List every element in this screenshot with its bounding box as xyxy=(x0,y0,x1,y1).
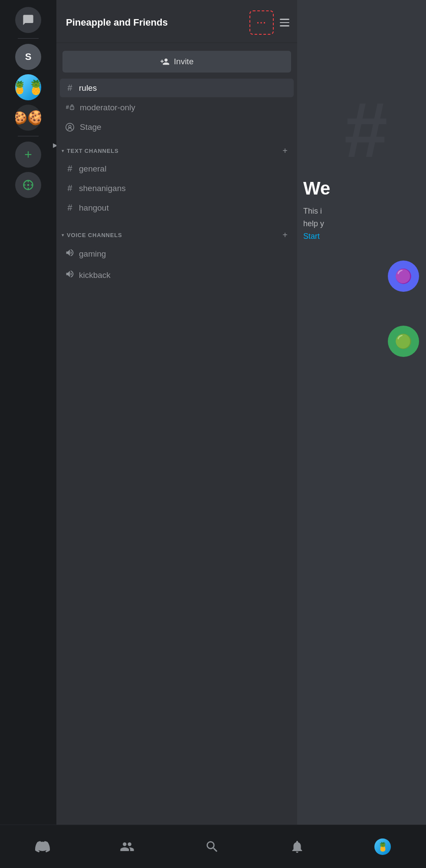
channel-item-gaming[interactable]: gaming xyxy=(60,244,294,264)
svg-point-1 xyxy=(27,184,29,186)
hamburger-menu-button[interactable] xyxy=(280,19,289,26)
channel-item-hangout[interactable]: # hangout xyxy=(60,198,294,217)
server-letter: S xyxy=(25,51,32,63)
sidebar-item-cookie[interactable]: 🍪 xyxy=(15,105,41,131)
welcome-text-line2: help y xyxy=(303,219,324,228)
hash-icon-hangout: # xyxy=(65,203,75,213)
avatar-bubble-1: 🟣 xyxy=(388,261,419,292)
welcome-description: This i help y Start xyxy=(303,205,420,242)
channel-item-rules[interactable]: # rules xyxy=(60,79,294,97)
sidebar-item-direct-messages[interactable] xyxy=(15,7,41,33)
nav-item-home[interactable] xyxy=(26,835,59,858)
category-voice-channels[interactable]: ▾ VOICE CHANNELS + xyxy=(60,221,294,244)
add-server-button[interactable]: + xyxy=(15,142,41,168)
sidebar-item-s-server[interactable]: S xyxy=(15,44,41,70)
avatar-bubble-2: 🟢 xyxy=(388,326,419,357)
nav-item-friends[interactable] xyxy=(111,835,143,858)
invite-label: Invite xyxy=(174,57,193,66)
channel-item-moderator-only[interactable]: # moderator-only xyxy=(60,98,294,117)
start-link[interactable]: Start xyxy=(303,232,320,241)
invite-button[interactable]: Invite xyxy=(62,51,291,73)
cookie-emoji: 🍪 xyxy=(27,109,42,126)
category-arrow-voice: ▾ xyxy=(62,232,64,238)
hash-icon-shenanigans: # xyxy=(65,183,75,193)
welcome-text-line1: This i xyxy=(303,207,322,215)
channel-name-hangout: hangout xyxy=(79,203,109,213)
welcome-title: We xyxy=(303,178,420,199)
channel-name-moderator-only: moderator-only xyxy=(80,103,135,112)
channel-item-shenanigans[interactable]: # shenanigans xyxy=(60,179,294,198)
welcome-section: We This i help y Start xyxy=(297,169,426,242)
add-icon: + xyxy=(24,147,32,162)
add-text-channel-button[interactable]: + xyxy=(280,145,290,157)
bottom-nav: 🍍 xyxy=(0,825,426,868)
hamburger-line-2 xyxy=(280,22,289,23)
hamburger-line-3 xyxy=(280,25,289,26)
category-arrow-text: ▾ xyxy=(62,148,64,154)
channel-item-general[interactable]: # general xyxy=(60,159,294,178)
bell-icon xyxy=(290,839,305,854)
hamburger-line-1 xyxy=(280,19,289,20)
channel-name-general: general xyxy=(79,164,106,174)
channel-item-stage[interactable]: Stage xyxy=(60,118,294,136)
channel-name-stage: Stage xyxy=(80,122,102,132)
nav-item-search[interactable] xyxy=(196,835,228,858)
sidebar-divider xyxy=(18,38,39,39)
search-icon xyxy=(205,839,220,854)
voice-icon-kickback xyxy=(65,269,75,281)
svg-point-5 xyxy=(66,123,74,131)
big-hash-icon: # xyxy=(344,91,387,169)
channel-name-rules: rules xyxy=(79,83,97,93)
nav-item-notifications[interactable] xyxy=(281,835,313,858)
channel-sidebar: Pineapple and Friends ··· Invite # rules xyxy=(56,0,297,868)
big-hash-container: # xyxy=(297,78,426,169)
channel-name-kickback: kickback xyxy=(79,271,111,280)
svg-point-4 xyxy=(72,108,72,109)
category-label-text: TEXT CHANNELS xyxy=(67,148,118,154)
channel-name-shenanigans: shenanigans xyxy=(79,184,126,193)
hash-icon-rules: # xyxy=(65,83,75,93)
locked-hash-icon: # xyxy=(65,102,75,113)
sidebar-item-pineapple[interactable]: 🍍 xyxy=(15,74,41,100)
category-title-row-voice: ▾ VOICE CHANNELS xyxy=(62,232,122,238)
svg-point-6 xyxy=(69,125,71,128)
category-text-channels[interactable]: ▾ TEXT CHANNELS + xyxy=(60,137,294,159)
sidebar-header: Pineapple and Friends ··· xyxy=(56,0,297,43)
category-title-row-text: ▾ TEXT CHANNELS xyxy=(62,148,118,154)
sidebar-divider-2 xyxy=(18,136,39,136)
discord-icon xyxy=(35,839,50,854)
stage-icon xyxy=(65,122,75,132)
profile-avatar: 🍍 xyxy=(374,838,391,855)
nav-item-profile[interactable]: 🍍 xyxy=(366,834,400,859)
channel-name-gaming: gaming xyxy=(79,249,106,259)
add-voice-channel-button[interactable]: + xyxy=(280,229,290,241)
compass-icon xyxy=(22,179,34,191)
category-label-voice: VOICE CHANNELS xyxy=(67,232,122,238)
hash-icon-general: # xyxy=(65,164,75,174)
friends-icon xyxy=(120,839,134,854)
more-dots-label: ··· xyxy=(257,18,267,28)
main-content: # We This i help y Start 🟣 🟢 xyxy=(297,0,426,868)
header-actions: ··· xyxy=(249,10,289,35)
pineapple-emoji: 🍍 xyxy=(27,79,42,96)
channel-list: # rules # moderator-only xyxy=(56,79,297,868)
server-sidebar: S 🍍 🍪 + xyxy=(0,0,56,868)
invite-icon xyxy=(160,57,170,66)
server-name: Pineapple and Friends xyxy=(66,17,168,28)
svg-text:#: # xyxy=(66,104,69,110)
discover-servers-button[interactable] xyxy=(15,172,41,198)
more-options-button[interactable]: ··· xyxy=(249,10,274,35)
channel-item-kickback[interactable]: kickback xyxy=(60,265,294,285)
voice-icon-gaming xyxy=(65,248,75,260)
